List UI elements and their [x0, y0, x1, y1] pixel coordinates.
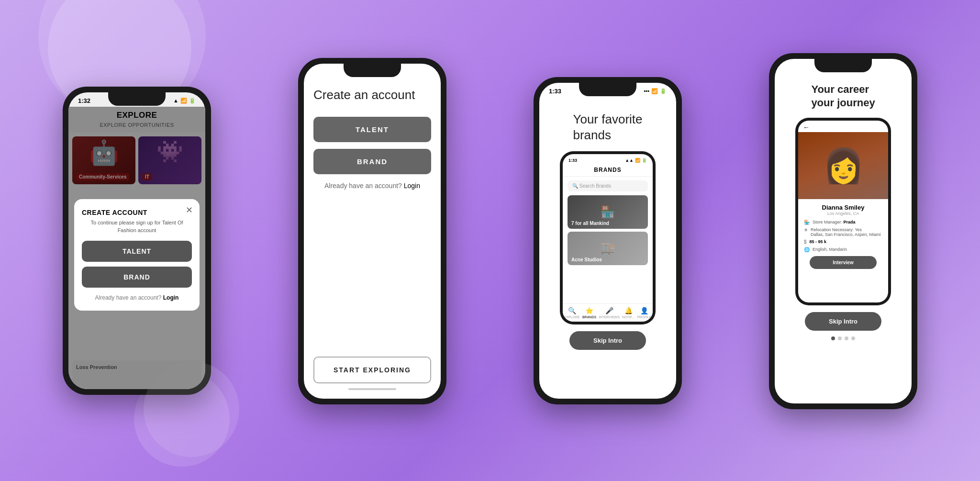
role-value: Prada: [844, 220, 856, 224]
wifi-icon-p3: 📶: [651, 88, 658, 94]
profile-photo: 👩: [823, 146, 864, 185]
talent-button[interactable]: TALENT: [82, 241, 192, 262]
brand-button-p2[interactable]: BRAND: [313, 149, 431, 174]
modal-title: CREATE ACCOUNT: [82, 209, 192, 216]
modal-overlay[interactable]: ✕ CREATE ACCOUNT To continue please sign…: [68, 107, 205, 389]
brand-button[interactable]: BRAND: [82, 267, 192, 288]
phone-3: 1:33 ••• 📶 🔋 Your favorite brands 1:33: [534, 77, 682, 404]
inner-wifi: 📶: [635, 158, 640, 163]
career-title: Your career your journey: [811, 83, 875, 110]
phone-2-notch: [344, 64, 401, 77]
store-icon: 🏪: [804, 220, 810, 225]
profile-languages-detail: 🌐 English, Mandarin: [804, 247, 882, 252]
dot-4: [851, 336, 855, 340]
brand1-label: 7 for all Mankind: [571, 221, 609, 226]
phone-1-time: 1:32: [78, 97, 90, 104]
profile-phone-wrapper: ← 👩 Dianna Smiley Los Angeles, CA: [795, 118, 891, 305]
battery-icon-p3: 🔋: [660, 88, 667, 94]
inner-bottom-nav: 🔍 EXPLORE ⭐ BRANDS 🎤 INTERVIEWS 🔔: [563, 303, 653, 322]
phone-3-notch: [579, 83, 636, 96]
start-exploring-button[interactable]: START EXPLORING: [313, 357, 431, 383]
brands-icon: ⭐: [585, 307, 593, 314]
brand-card-2[interactable]: 🏬 Acne Studios: [568, 232, 648, 265]
profile-back-area: ←: [798, 121, 888, 132]
brands-header: BRANDS: [563, 165, 653, 177]
create-account-page: Create an account TALENT BRAND Already h…: [304, 64, 441, 357]
profile-salary-detail: $ 85 - 95 k: [804, 239, 882, 245]
explore-icon: 🔍: [568, 307, 576, 314]
dot-2: [838, 336, 842, 340]
inner-phone-screen-p3: 1:33 ▲▲ 📶 🔋 BRANDS 🔍 Search Brands: [563, 154, 653, 322]
phone-4-notch: [814, 59, 872, 72]
modal-close-button[interactable]: ✕: [186, 206, 193, 214]
location-icon: ✈: [804, 227, 808, 233]
nav-brands[interactable]: ⭐ BRANDS: [582, 307, 596, 319]
phone-2: Create an account TALENT BRAND Already h…: [298, 58, 446, 404]
interviews-icon: 🎤: [605, 307, 613, 314]
phone-1-notch: [108, 92, 166, 106]
login-link[interactable]: Login: [163, 294, 179, 301]
inner-phone-p3: 1:33 ▲▲ 📶 🔋 BRANDS 🔍 Search Brands: [560, 151, 656, 324]
profile-role-detail: 🏪 Store Manager: Prada: [804, 220, 882, 225]
dots-indicator: [831, 336, 855, 340]
nav-notifications[interactable]: 🔔 NOTIF...: [622, 307, 635, 319]
phone-1-screen: 1:32 ▲ 📶 🔋 EXPLORE EXPLORE OPPORTUNITIES…: [68, 92, 205, 389]
brands-hero-title: Your favorite brands: [573, 112, 642, 144]
wifi-icon: 📶: [180, 98, 187, 104]
profile-image-area: 👩: [798, 132, 888, 199]
battery-icon: 🔋: [189, 98, 196, 104]
language-icon: 🌐: [804, 247, 810, 252]
brand2-label: Acne Studios: [571, 257, 602, 262]
profile-name: Dianna Smiley: [804, 204, 882, 211]
phone-3-screen: 1:33 ••• 📶 🔋 Your favorite brands 1:33: [539, 83, 676, 399]
phone-1: 1:32 ▲ 📶 🔋 EXPLORE EXPLORE OPPORTUNITIES…: [63, 87, 211, 395]
nav-interviews[interactable]: 🎤 INTERVIEWS: [599, 307, 619, 319]
phone-2-screen: Create an account TALENT BRAND Already h…: [304, 64, 441, 399]
back-arrow-icon[interactable]: ←: [803, 123, 810, 131]
phone-1-content: EXPLORE EXPLORE OPPORTUNITIES 🤖 Communit…: [68, 107, 205, 389]
create-account-modal: ✕ CREATE ACCOUNT To continue please sign…: [74, 199, 200, 311]
profile-icon: 👤: [640, 307, 648, 314]
skip-intro-button-p3[interactable]: Skip Intro: [569, 331, 646, 350]
phone-3-content: Your favorite brands 1:33 ▲▲ 📶 🔋: [539, 97, 676, 350]
profile-location: Los Angeles, CA: [804, 211, 882, 216]
create-account-title: Create an account: [313, 88, 431, 102]
signal-icon-p3: •••: [644, 88, 649, 94]
already-account-text: Already have an account? Login: [82, 294, 192, 301]
inner-status-bar-p3: 1:33 ▲▲ 📶 🔋: [563, 154, 653, 165]
salary-icon: $: [804, 239, 807, 245]
phone-3-time: 1:33: [549, 88, 561, 95]
notifications-icon: 🔔: [624, 307, 633, 314]
inner-signal: ▲▲: [625, 158, 634, 163]
profile-info: Dianna Smiley Los Angeles, CA 🏪 Store Ma…: [798, 199, 888, 278]
home-indicator-p2: [348, 388, 396, 390]
profile-relocation-detail: ✈ Relocation Necessary: Yes Dallas, San …: [804, 227, 882, 237]
inner-battery: 🔋: [642, 158, 647, 163]
phone-4: Your career your journey ← 👩: [769, 53, 917, 409]
phone-4-screen: Your career your journey ← 👩: [775, 59, 912, 403]
brand-card-1[interactable]: 🏪 7 for all Mankind: [568, 195, 648, 229]
dot-1: [831, 336, 835, 340]
phone-2-bottom: START EXPLORING: [304, 357, 441, 399]
modal-subtitle: To continue please sign up for Talent Of…: [82, 219, 192, 234]
brands-search[interactable]: 🔍 Search Brands: [568, 180, 648, 191]
skip-intro-button-p4[interactable]: Skip Intro: [805, 312, 881, 331]
profile-phone: ← 👩 Dianna Smiley Los Angeles, CA: [795, 118, 891, 305]
phone-4-content: Your career your journey ← 👩: [775, 59, 912, 340]
talent-button-p2[interactable]: TALENT: [313, 117, 431, 142]
already-account-text-p2: Already have an account? Login: [313, 182, 431, 190]
signal-icon: ▲: [173, 98, 178, 103]
login-link-p2[interactable]: Login: [404, 182, 420, 190]
interview-button[interactable]: Interview: [810, 256, 877, 269]
nav-profile[interactable]: 👤 PROFILE: [637, 307, 651, 319]
profile-phone-screen: ← 👩 Dianna Smiley Los Angeles, CA: [798, 121, 888, 302]
nav-explore[interactable]: 🔍 EXPLORE: [564, 307, 580, 319]
dot-3: [845, 336, 848, 340]
